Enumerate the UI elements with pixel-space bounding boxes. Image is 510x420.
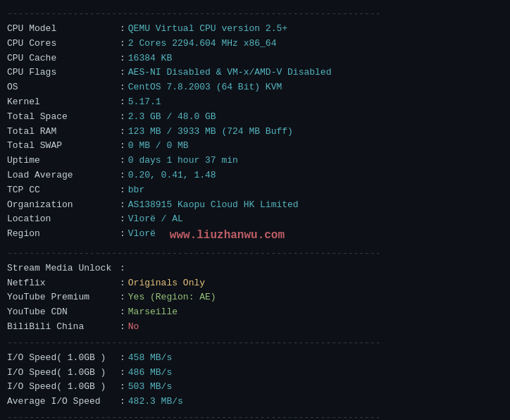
label-total-swap: Total SWAP <box>7 139 120 154</box>
divider-4: ----------------------------------------… <box>7 412 503 420</box>
row-netflix: Netflix : Originals Only <box>7 276 503 291</box>
value-youtube-premium: Yes (Region: AE) <box>128 290 216 305</box>
label-organization: Organization <box>7 198 120 213</box>
row-kernel: Kernel : 5.17.1 <box>7 95 503 110</box>
row-cpu-flags: CPU Flags : AES-NI Disabled & VM-x/AMD-V… <box>7 66 503 80</box>
row-youtube-premium: YouTube Premium : Yes (Region: AE) <box>7 290 503 305</box>
value-region: Vlorë <box>128 227 156 245</box>
label-youtube-premium: YouTube Premium <box>7 290 120 305</box>
value-os: CentOS 7.8.2003 (64 Bit) KVM <box>128 80 282 95</box>
value-cpu-flags: AES-NI Disabled & VM-x/AMD-V Disabled <box>128 66 332 80</box>
label-stream-media-unlock: Stream Media Unlock <box>7 261 120 276</box>
value-avg-io: 482.3 MB/s <box>128 395 183 409</box>
row-cpu-cache: CPU Cache : 16384 KB <box>7 51 503 66</box>
label-avg-io: Average I/O Speed <box>7 395 120 409</box>
label-total-ram: Total RAM <box>7 125 120 140</box>
label-io-1: I/O Speed( 1.0GB ) <box>7 351 120 366</box>
row-location: Location : Vlorë / AL <box>7 212 503 227</box>
value-kernel: 5.17.1 <box>128 95 161 110</box>
label-load-average: Load Average <box>7 168 120 183</box>
value-cpu-cores: 2 Cores 2294.604 MHz x86_64 <box>128 37 277 51</box>
row-os: OS : CentOS 7.8.2003 (64 Bit) KVM <box>7 80 503 95</box>
row-io-2: I/O Speed( 1.0GB ) : 486 MB/s <box>7 366 503 381</box>
value-bilibili: No <box>128 320 139 335</box>
label-os: OS <box>7 80 120 95</box>
value-total-swap: 0 MB / 0 MB <box>128 139 189 154</box>
value-cpu-cache: 16384 KB <box>128 51 172 66</box>
row-cpu-model: CPU Model : QEMU Virtual CPU version 2.5… <box>7 22 503 37</box>
label-cpu-cache: CPU Cache <box>7 51 120 66</box>
system-info-section: CPU Model : QEMU Virtual CPU version 2.5… <box>7 22 503 245</box>
value-io-1: 458 MB/s <box>128 351 172 366</box>
label-total-space: Total Space <box>7 110 120 125</box>
label-cpu-model: CPU Model <box>7 22 120 37</box>
divider-3: ----------------------------------------… <box>7 338 503 348</box>
label-io-2: I/O Speed( 1.0GB ) <box>7 366 120 381</box>
value-youtube-cdn: Marseille <box>128 305 178 320</box>
label-cpu-flags: CPU Flags <box>7 66 120 80</box>
stream-media-section: Stream Media Unlock : Netflix : Original… <box>7 261 503 335</box>
row-organization: Organization : AS138915 Kaopu Cloud HK L… <box>7 198 503 213</box>
value-total-ram: 123 MB / 3933 MB (724 MB Buff) <box>128 125 293 140</box>
divider-top: ----------------------------------------… <box>7 8 503 19</box>
label-kernel: Kernel <box>7 95 120 110</box>
value-uptime: 0 days 1 hour 37 min <box>128 154 238 168</box>
label-uptime: Uptime <box>7 154 120 168</box>
io-speed-section: I/O Speed( 1.0GB ) : 458 MB/s I/O Speed(… <box>7 351 503 409</box>
label-youtube-cdn: YouTube CDN <box>7 305 120 320</box>
label-location: Location <box>7 212 120 227</box>
value-load-average: 0.20, 0.41, 1.48 <box>128 168 216 183</box>
value-organization: AS138915 Kaopu Cloud HK Limited <box>128 198 299 213</box>
row-stream-title: Stream Media Unlock : <box>7 261 503 276</box>
value-cpu-model: QEMU Virtual CPU version 2.5+ <box>128 22 287 37</box>
row-io-3: I/O Speed( 1.0GB ) : 503 MB/s <box>7 380 503 395</box>
label-tcp-cc: TCP CC <box>7 183 120 198</box>
value-io-2: 486 MB/s <box>128 366 172 381</box>
row-region: Region : Vlorë www.liuzhanwu.com <box>7 227 503 245</box>
value-tcp-cc: bbr <box>128 183 144 198</box>
label-region: Region <box>7 227 120 245</box>
label-cpu-cores: CPU Cores <box>7 37 120 51</box>
value-location: Vlorë / AL <box>128 212 183 227</box>
value-io-3: 503 MB/s <box>128 380 172 395</box>
terminal-output: ----------------------------------------… <box>7 8 503 420</box>
row-total-swap: Total SWAP : 0 MB / 0 MB <box>7 139 503 154</box>
row-load-average: Load Average : 0.20, 0.41, 1.48 <box>7 168 503 183</box>
row-avg-io: Average I/O Speed : 482.3 MB/s <box>7 395 503 409</box>
row-youtube-cdn: YouTube CDN : Marseille <box>7 305 503 320</box>
label-io-3: I/O Speed( 1.0GB ) <box>7 380 120 395</box>
row-tcp-cc: TCP CC : bbr <box>7 183 503 198</box>
row-io-1: I/O Speed( 1.0GB ) : 458 MB/s <box>7 351 503 366</box>
row-total-space: Total Space : 2.3 GB / 48.0 GB <box>7 110 503 125</box>
value-total-space: 2.3 GB / 48.0 GB <box>128 110 216 125</box>
label-netflix: Netflix <box>7 276 120 291</box>
label-bilibili: BiliBili China <box>7 320 120 335</box>
row-cpu-cores: CPU Cores : 2 Cores 2294.604 MHz x86_64 <box>7 37 503 51</box>
row-uptime: Uptime : 0 days 1 hour 37 min <box>7 154 503 168</box>
divider-2: ----------------------------------------… <box>7 248 503 259</box>
row-bilibili: BiliBili China : No <box>7 320 503 335</box>
row-total-ram: Total RAM : 123 MB / 3933 MB (724 MB Buf… <box>7 125 503 140</box>
value-netflix: Originals Only <box>128 276 205 291</box>
watermark: www.liuzhanwu.com <box>170 227 285 245</box>
